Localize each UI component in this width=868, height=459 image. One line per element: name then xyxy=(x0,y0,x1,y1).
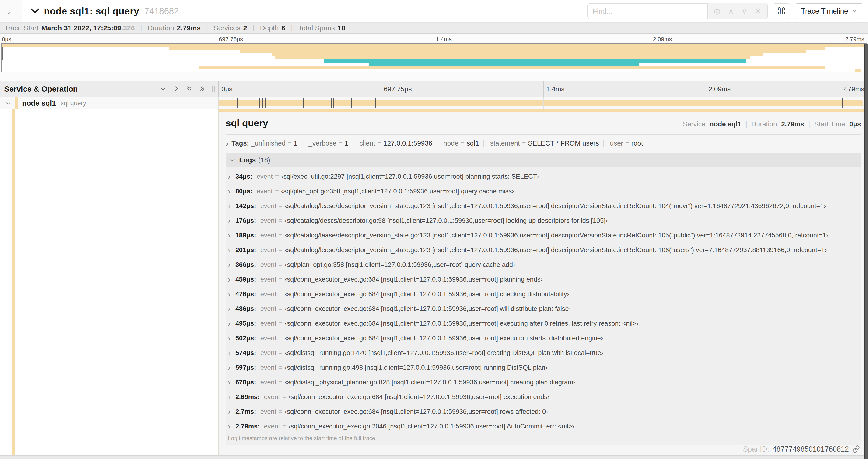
log-row[interactable]: ›476μs:event=‹sql/conn_executor_exec.go:… xyxy=(226,287,861,301)
expand-one-icon[interactable] xyxy=(173,85,180,93)
clear-find-icon[interactable]: ✕ xyxy=(755,7,762,15)
view-selector-label: Trace Timeline xyxy=(801,7,848,15)
collapse-trace-chevron-icon[interactable] xyxy=(30,8,40,15)
log-field-value: ‹sql/conn_executor_exec.go:684 [nsql1,cl… xyxy=(285,334,603,342)
log-field-value: ‹sql/distsql_physical_planner.go:828 [ns… xyxy=(285,379,576,386)
log-expand-icon[interactable]: › xyxy=(228,245,234,255)
log-expand-icon[interactable]: › xyxy=(228,290,234,299)
page-title: node sql1: sql query xyxy=(44,6,139,17)
meta-value: node sql1 xyxy=(710,120,741,128)
detail-meta: Service:node sql1|Duration:2.79ms|Start … xyxy=(683,120,861,128)
log-row[interactable]: ›142μs:event=‹sql/catalog/lease/descript… xyxy=(226,198,861,213)
log-row[interactable]: ›502μs:event=‹sql/conn_executor_exec.go:… xyxy=(226,331,861,346)
deep-link-icon[interactable] xyxy=(852,445,860,453)
log-timestamp: 476μs: xyxy=(236,290,256,298)
vertical-scrollbar[interactable] xyxy=(865,44,868,459)
log-row[interactable]: ›678μs:event=‹sql/distsql_physical_plann… xyxy=(226,375,861,390)
span-bar-lane[interactable] xyxy=(219,97,868,109)
prev-match-icon[interactable]: ∧ xyxy=(728,7,734,15)
tags-row[interactable]: › Tags: _unfinished=1|_verbose=1|client=… xyxy=(226,139,861,147)
log-timestamp: 201μs: xyxy=(236,246,256,254)
log-field-key: event xyxy=(260,202,277,210)
logs-header[interactable]: Logs (18) xyxy=(226,153,861,167)
jaeger-trace-view: ← node sql1: sql query 7418682 ◎ ∧ ∨ ✕ ⌘… xyxy=(0,0,868,459)
find-input[interactable] xyxy=(587,3,708,19)
log-expand-icon[interactable]: › xyxy=(228,334,234,342)
view-selector-button[interactable]: Trace Timeline xyxy=(795,3,863,19)
tag-value: root xyxy=(631,139,643,147)
span-collapse-chevron-icon[interactable] xyxy=(5,100,11,106)
meta-label: Duration: xyxy=(751,120,779,128)
log-marker-tick xyxy=(324,98,325,108)
log-marker-tick xyxy=(251,98,252,108)
info-label: Total Spans xyxy=(298,24,335,32)
log-expand-icon[interactable]: › xyxy=(228,216,234,225)
tag-equals: = xyxy=(339,139,343,147)
minimap-gridline xyxy=(650,44,650,72)
log-marker-tick xyxy=(265,98,266,108)
log-row[interactable]: ›201μs:event=‹sql/catalog/lease/descript… xyxy=(226,242,861,257)
log-expand-icon[interactable]: › xyxy=(228,172,234,181)
log-marker-tick xyxy=(842,98,843,108)
log-timestamp: 495μs: xyxy=(236,320,256,327)
log-expand-icon[interactable]: › xyxy=(228,231,234,240)
tags-items: _unfinished=1|_verbose=1|client=127.0.0.… xyxy=(249,139,643,147)
log-expand-icon[interactable]: › xyxy=(228,260,234,269)
log-expand-icon[interactable]: › xyxy=(228,349,234,357)
log-expand-icon[interactable]: › xyxy=(228,201,234,210)
minimap-tick-label: 697.75μs xyxy=(219,36,243,43)
log-field-key: event xyxy=(260,276,277,283)
log-expand-icon[interactable]: › xyxy=(228,407,234,416)
minimap-canvas[interactable] xyxy=(1,43,867,72)
log-expand-icon[interactable]: › xyxy=(228,187,234,196)
expand-all-icon[interactable] xyxy=(199,85,206,93)
span-row[interactable]: node sql1 sql query xyxy=(0,97,868,109)
log-timestamp: 80μs: xyxy=(236,188,252,195)
log-field-value: ‹sql/conn_executor_exec.go:684 [nsql1,cl… xyxy=(285,320,639,327)
log-expand-icon[interactable]: › xyxy=(228,319,234,328)
next-match-icon[interactable]: ∨ xyxy=(742,7,747,15)
log-row[interactable]: ›459μs:event=‹sql/conn_executor_exec.go:… xyxy=(226,272,861,287)
log-row[interactable]: ›2.7ms:event=‹sql/conn_executor_exec.go:… xyxy=(226,404,861,419)
keyboard-shortcuts-button[interactable]: ⌘ xyxy=(773,3,790,19)
log-row[interactable]: ›176μs:event=‹sql/catalog/descs/descript… xyxy=(226,213,861,228)
log-expand-icon[interactable]: › xyxy=(228,378,234,387)
log-field-key: event xyxy=(260,261,277,268)
column-resizer-handle[interactable] xyxy=(212,86,215,92)
info-label: Depth xyxy=(260,24,279,32)
tag-separator: | xyxy=(483,139,485,147)
log-expand-icon[interactable]: › xyxy=(228,393,234,401)
log-row[interactable]: ›34μs:event=‹sql/exec_util.go:2297 [nsql… xyxy=(226,169,861,184)
log-row[interactable]: ›495μs:event=‹sql/conn_executor_exec.go:… xyxy=(226,316,861,331)
service-operation-header: Service & Operation xyxy=(0,81,219,97)
info-value-suffix: .326 xyxy=(121,24,135,32)
tags-expand-icon[interactable]: › xyxy=(226,139,228,147)
log-row[interactable]: ›189μs:event=‹sql/catalog/lease/descript… xyxy=(226,228,861,242)
log-row[interactable]: ›597μs:event=‹sql/distsql_running.go:498… xyxy=(226,360,861,375)
log-expand-icon[interactable]: › xyxy=(228,363,234,372)
log-row[interactable]: ›366μs:event=‹sql/plan_opt.go:358 [nsql1… xyxy=(226,257,861,272)
back-button[interactable]: ← xyxy=(0,0,22,22)
info-separator: | xyxy=(141,24,142,32)
log-field-key: event xyxy=(260,349,277,357)
log-row[interactable]: ›80μs:event=‹sql/plan_opt.go:358 [nsql1,… xyxy=(226,184,861,198)
log-expand-icon[interactable]: › xyxy=(228,422,234,431)
collapse-one-icon[interactable] xyxy=(160,85,166,93)
focus-match-icon[interactable]: ◎ xyxy=(714,7,720,15)
tags-label: Tags: xyxy=(231,139,249,147)
find-group: ◎ ∧ ∨ ✕ xyxy=(587,3,768,19)
collapse-all-icon[interactable] xyxy=(186,85,193,93)
log-field-key: event xyxy=(264,393,280,401)
log-field-value: ‹sql/distsql_running.go:1420 [nsql1,clie… xyxy=(285,349,603,357)
log-row[interactable]: ›486μs:event=‹sql/conn_executor_exec.go:… xyxy=(226,301,861,316)
log-row[interactable]: ›2.69ms:event=‹sql/conn_executor_exec.go… xyxy=(226,390,861,404)
info-value: 6 xyxy=(281,24,285,32)
info-label: Duration xyxy=(148,24,174,32)
log-row[interactable]: ›2.79ms:event=‹sql/conn_executor_exec.go… xyxy=(226,419,861,434)
log-expand-icon[interactable]: › xyxy=(228,304,234,313)
log-expand-icon[interactable]: › xyxy=(228,275,234,284)
log-row[interactable]: ›574μs:event=‹sql/distsql_running.go:142… xyxy=(226,346,861,360)
info-value: March 31 2022, 17:25:09.326 xyxy=(41,24,135,32)
span-duration-bar[interactable] xyxy=(219,100,863,106)
log-equals: = xyxy=(279,334,282,342)
